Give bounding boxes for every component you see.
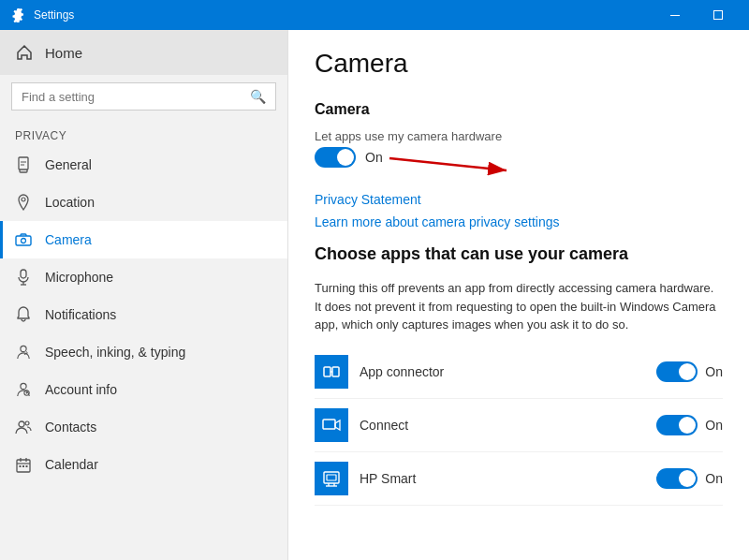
sidebar-item-camera[interactable]: Camera [0,221,287,258]
speech-label: Speech, inking, & typing [45,345,185,360]
account-icon [15,381,32,398]
contacts-icon [15,419,32,435]
general-label: General [45,157,92,172]
svg-rect-32 [327,475,336,480]
toggle-state-label: On [365,150,383,165]
general-icon [15,156,32,173]
app-row-connector: App connector On [315,346,723,399]
search-input[interactable] [22,90,242,104]
sidebar-item-general[interactable]: General [0,146,287,184]
camera-toggle-row: On [315,147,383,168]
app-connector-toggle[interactable] [656,361,698,382]
sidebar-item-location[interactable]: Location [0,184,287,221]
app-row-hpsmart: HP Smart On [315,452,723,506]
learn-more-link[interactable]: Learn more about camera privacy settings [315,214,723,229]
search-icon: 🔍 [250,89,266,104]
contacts-label: Contacts [45,420,96,435]
svg-rect-3 [19,157,28,169]
app-connector-state: On [705,364,723,379]
minimize-button[interactable] [654,0,697,30]
sidebar-item-calendar[interactable]: Calendar [0,446,287,483]
camera-toggle[interactable] [315,147,356,168]
app-container: Home 🔍 Privacy General [0,30,749,560]
notifications-label: Notifications [45,307,116,322]
home-label: Home [45,45,82,61]
home-icon [15,43,34,62]
location-label: Location [45,195,95,210]
microphone-icon [15,269,32,286]
svg-point-6 [22,239,26,243]
home-nav-item[interactable]: Home [0,30,287,75]
svg-rect-20 [22,465,24,467]
camera-label: Camera [45,232,92,247]
titlebar: Settings [0,0,749,30]
microphone-label: Microphone [45,270,113,285]
app-connector-name: App connector [360,364,645,379]
camera-section-title: Camera [315,101,723,118]
svg-point-4 [22,198,25,201]
svg-rect-27 [323,420,335,429]
svg-rect-5 [16,236,31,245]
svg-rect-7 [21,270,26,278]
calendar-label: Calendar [45,457,98,472]
titlebar-title: Settings [34,8,654,22]
hpsmart-toggle[interactable] [656,468,698,489]
svg-point-10 [21,346,26,351]
privacy-statement-link[interactable]: Privacy Statement [315,192,723,207]
svg-rect-1 [670,15,680,16]
account-label: Account info [45,382,117,397]
calendar-icon [15,456,32,473]
svg-point-11 [21,383,26,389]
apps-section-title: Choose apps that can use your camera [315,244,723,264]
hpsmart-icon [315,462,348,495]
connect-state: On [705,418,723,433]
speech-icon [15,344,32,361]
svg-line-23 [389,158,507,170]
main-inner: Camera Camera Let apps use my camera har… [315,49,723,506]
connect-icon [315,408,348,442]
main-content: Camera Camera Let apps use my camera har… [288,30,749,560]
app-row-connect: Connect On [315,399,723,452]
hpsmart-toggle-row: On [656,468,723,489]
sidebar: Home 🔍 Privacy General [0,30,288,560]
connect-toggle-row: On [656,415,723,435]
privacy-section-label: Privacy [0,118,287,146]
svg-rect-2 [714,11,723,20]
maximize-button[interactable] [697,0,740,30]
sidebar-item-contacts[interactable]: Contacts [0,408,287,446]
hpsmart-state: On [705,471,723,486]
svg-rect-25 [332,367,339,376]
app-connector-toggle-row: On [656,361,723,382]
settings-icon [9,7,26,23]
search-box[interactable]: 🔍 [11,82,276,111]
app-connector-icon [315,355,348,389]
svg-point-0 [17,14,21,18]
svg-rect-19 [20,465,22,467]
sidebar-item-account[interactable]: Account info [0,371,287,408]
hpsmart-name: HP Smart [360,471,645,486]
connect-toggle[interactable] [656,415,698,435]
page-title: Camera [315,49,723,79]
svg-rect-24 [324,367,330,376]
svg-point-14 [25,421,29,425]
annotation-arrow [361,138,530,184]
svg-point-13 [19,421,24,427]
camera-nav-icon [15,231,32,248]
location-icon [15,194,32,211]
sidebar-item-speech[interactable]: Speech, inking, & typing [0,333,287,371]
sidebar-item-notifications[interactable]: Notifications [0,296,287,333]
sidebar-item-microphone[interactable]: Microphone [0,258,287,296]
svg-rect-21 [26,465,28,467]
notifications-icon [15,306,32,323]
svg-rect-28 [324,472,339,483]
window-controls [654,0,740,30]
toggle-hint: Let apps use my camera hardware [315,129,723,143]
apps-description: Turning this off prevents an app from di… [315,279,723,334]
connect-name: Connect [360,418,645,433]
